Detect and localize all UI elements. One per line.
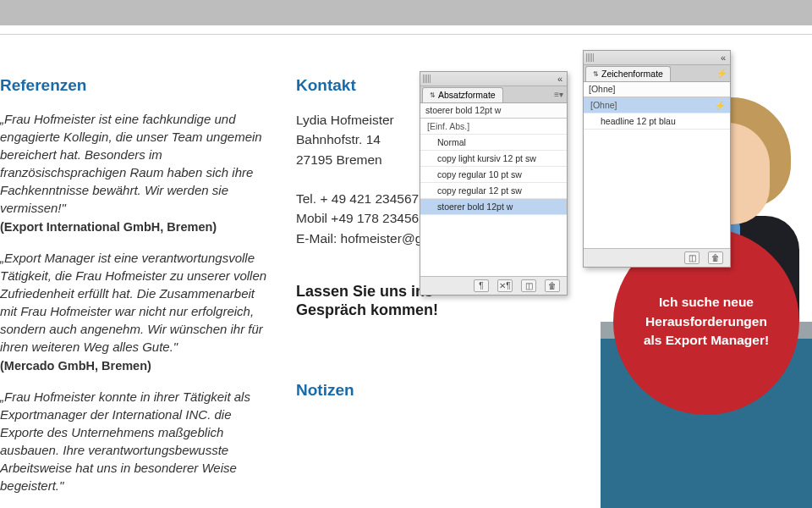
panel-grip-icon[interactable] [423, 75, 431, 83]
style-item[interactable]: [Einf. Abs.] [420, 119, 567, 135]
tab-label: Zeichenformate [601, 69, 663, 79]
new-style-icon[interactable]: ◫ [521, 279, 536, 292]
style-item[interactable]: copy regular 12 pt sw [420, 183, 567, 199]
trash-icon[interactable]: 🗑 [708, 251, 723, 264]
top-grey-band [0, 0, 812, 25]
notizen-heading: Notizen [296, 381, 516, 400]
character-style-list[interactable]: [Ohne] ⚡ headline 12 pt blau [584, 97, 730, 248]
tab-label: Absatzformate [438, 90, 496, 100]
panel-titlebar[interactable]: « [420, 72, 567, 86]
panel-tab-row: ⇅ Zeichenformate ⚡ [584, 65, 730, 82]
panel-flash-icon[interactable]: ⚡ [716, 69, 727, 78]
divider-line [0, 34, 812, 35]
reference-attr: (Mercado GmbH, Bremen) [0, 359, 271, 373]
referenzen-heading: Referenzen [0, 76, 271, 95]
current-style-display[interactable]: stoerer bold 12pt w [420, 103, 567, 119]
panel-titlebar[interactable]: « [584, 51, 730, 65]
style-item-label: [Ohne] [590, 100, 617, 110]
bolt-icon: ⚡ [715, 101, 725, 110]
updown-icon[interactable]: ⇅ [430, 91, 436, 99]
panel-collapse-icon[interactable]: « [556, 74, 564, 84]
style-item[interactable]: headline 12 pt blau [584, 113, 730, 130]
current-style-display[interactable]: [Ohne] [584, 82, 730, 97]
style-item-selected[interactable]: stoerer bold 12pt w [420, 199, 567, 215]
absatzformate-tab[interactable]: ⇅ Absatzformate [422, 87, 503, 102]
reference-quote: „Frau Hofmeister ist eine fachkundige un… [0, 110, 271, 217]
trash-icon[interactable]: 🗑 [545, 279, 560, 292]
paragraph-style-list[interactable]: [Einf. Abs.] Normal copy light kursiv 12… [420, 119, 567, 276]
new-style-icon[interactable]: ◫ [684, 251, 700, 264]
reference-quote: „Export Manager ist eine verantwortungsv… [0, 249, 271, 356]
cta-line2: Gespräch kommen! [296, 301, 438, 318]
panel-collapse-icon[interactable]: « [719, 52, 727, 63]
clear-override-icon[interactable]: ✕¶ [497, 279, 513, 292]
panel-menu-icon[interactable]: ≡▾ [554, 90, 563, 99]
style-item[interactable]: copy light kursiv 12 pt sw [420, 151, 567, 167]
panel-footer: ◫ 🗑 [584, 248, 730, 267]
style-item[interactable]: Normal [420, 135, 567, 151]
panel-grip-icon[interactable] [586, 53, 595, 62]
reference-quote: „Frau Hofmeister konnte in ihrer Tätigke… [0, 388, 271, 494]
panel-tab-row: ⇅ Absatzformate ≡▾ [420, 86, 567, 103]
new-paragraph-icon[interactable]: ¶ [474, 279, 489, 292]
zeichenformate-tab[interactable]: ⇅ Zeichenformate [585, 66, 671, 81]
callout-text: Ich suche neue Herausforderungen als Exp… [637, 293, 776, 350]
referenzen-column: Referenzen „Frau Hofmeister ist eine fac… [0, 76, 271, 498]
style-item[interactable]: copy regular 10 pt sw [420, 167, 567, 183]
style-item-selected[interactable]: [Ohne] ⚡ [584, 97, 730, 113]
zeichenformate-panel[interactable]: « ⇅ Zeichenformate ⚡ [Ohne] [Ohne] ⚡ hea… [583, 50, 731, 268]
updown-icon[interactable]: ⇅ [593, 70, 599, 78]
panel-footer: ¶ ✕¶ ◫ 🗑 [420, 276, 567, 295]
cta-line1: Lassen Sie uns ins [296, 283, 433, 300]
reference-attr: (Export International GmbH, Bremen) [0, 220, 271, 234]
absatzformate-panel[interactable]: « ⇅ Absatzformate ≡▾ stoerer bold 12pt w… [420, 71, 568, 295]
